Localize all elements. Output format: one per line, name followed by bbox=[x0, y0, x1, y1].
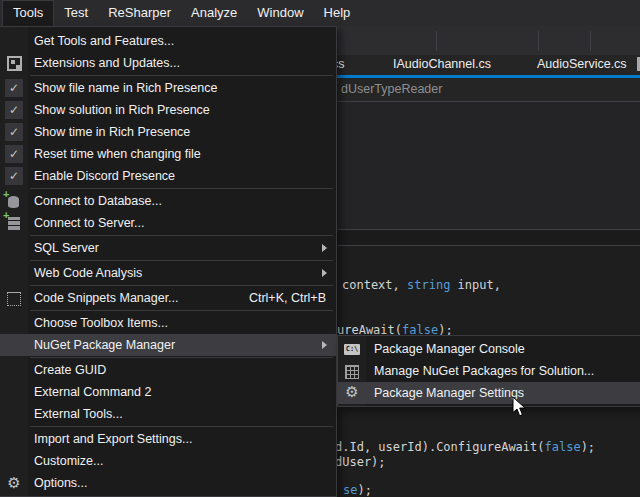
toolbar-separator bbox=[538, 31, 539, 51]
code-token: input, bbox=[450, 278, 501, 292]
code-line: dUser); bbox=[335, 455, 386, 469]
code-token-keyword: false bbox=[545, 440, 581, 454]
menu-item-web-code-analysis[interactable]: Web Code Analysis bbox=[0, 262, 336, 284]
toolbar-separator bbox=[436, 31, 437, 51]
submenu-item-package-manager-settings[interactable]: ⚙Package Manager Settings bbox=[338, 382, 640, 404]
gear-icon: ⚙ bbox=[5, 475, 23, 491]
menu-item-label: External Tools... bbox=[34, 407, 123, 421]
menu-separator bbox=[30, 285, 333, 286]
menu-separator bbox=[30, 75, 333, 76]
menubar-item-test[interactable]: Test bbox=[54, 0, 98, 26]
code-token: dUser); bbox=[335, 455, 386, 469]
code-line: context, string input, bbox=[342, 278, 501, 292]
submenu-item-package-manager-console[interactable]: C:\Package Manager Console bbox=[338, 338, 640, 360]
mouse-cursor-icon bbox=[512, 396, 527, 422]
menu-item-reset-time[interactable]: ✓Reset time when changing file bbox=[0, 143, 336, 165]
menu-item-shortcut: Ctrl+K, Ctrl+B bbox=[221, 291, 326, 305]
tab-iaudiochannel[interactable]: IAudioChannel.cs bbox=[393, 57, 491, 71]
menu-separator bbox=[30, 188, 333, 189]
menu-item-label: NuGet Package Manager bbox=[34, 338, 175, 352]
menu-item-import-export-settings[interactable]: Import and Export Settings... bbox=[0, 428, 336, 450]
snippets-icon bbox=[7, 292, 21, 306]
database-icon bbox=[8, 196, 19, 208]
menubar-item-tools[interactable]: Tools bbox=[2, 0, 54, 26]
application-window: DNetDebug cs IAudioChannel.cs AudioServi… bbox=[0, 0, 640, 497]
menu-item-connect-to-database[interactable]: Connect to Database... bbox=[0, 190, 336, 212]
menu-item-create-guid[interactable]: Create GUID bbox=[0, 359, 336, 381]
submenu-item-manage-nuget-packages[interactable]: Manage NuGet Packages for Solution... bbox=[338, 360, 640, 382]
menu-item-label: SQL Server bbox=[34, 241, 99, 255]
menu-item-label: Enable Discord Presence bbox=[34, 169, 175, 183]
menu-item-options[interactable]: ⚙Options... bbox=[0, 472, 336, 494]
code-token-keyword: se bbox=[343, 483, 357, 497]
menu-item-label: Get Tools and Features... bbox=[34, 34, 174, 48]
menubar-item-analyze[interactable]: Analyze bbox=[181, 0, 247, 26]
menu-item-label: Customize... bbox=[34, 454, 103, 468]
check-icon: ✓ bbox=[5, 145, 23, 163]
menu-item-show-time[interactable]: ✓Show time in Rich Presence bbox=[0, 121, 336, 143]
menu-separator bbox=[30, 310, 333, 311]
code-token: d.Id, userId).ConfigureAwait( bbox=[335, 440, 545, 454]
menu-item-label: Web Code Analysis bbox=[34, 266, 142, 280]
menu-bar: Tools Test ReSharper Analyze Window Help bbox=[0, 0, 640, 26]
extensions-icon bbox=[7, 56, 22, 71]
check-icon: ✓ bbox=[5, 167, 23, 185]
code-token: ); bbox=[581, 440, 595, 454]
menu-item-show-solution[interactable]: ✓Show solution in Rich Presence bbox=[0, 99, 336, 121]
toolbar-separator bbox=[590, 31, 591, 51]
menu-separator bbox=[30, 235, 333, 236]
menu-item-get-tools-and-features[interactable]: Get Tools and Features... bbox=[0, 30, 336, 52]
tools-menu: Get Tools and Features... Extensions and… bbox=[0, 26, 337, 497]
submenu-arrow-icon bbox=[322, 244, 327, 252]
menubar-item-window[interactable]: Window bbox=[247, 0, 313, 26]
menu-item-label: Options... bbox=[34, 476, 88, 490]
menubar-item-help[interactable]: Help bbox=[314, 0, 361, 26]
code-token: context, bbox=[342, 278, 407, 292]
check-icon: ✓ bbox=[5, 101, 23, 119]
menu-item-label: External Command 2 bbox=[34, 385, 151, 399]
menu-item-external-tools[interactable]: External Tools... bbox=[0, 403, 336, 425]
menu-item-label: Import and Export Settings... bbox=[34, 432, 192, 446]
menu-item-label: Package Manager Console bbox=[374, 342, 525, 356]
check-icon: ✓ bbox=[5, 79, 23, 97]
menu-item-label: Connect to Database... bbox=[34, 194, 162, 208]
nuget-submenu: C:\Package Manager Console Manage NuGet … bbox=[337, 335, 640, 407]
check-icon: ✓ bbox=[5, 123, 23, 141]
menu-item-label: Create GUID bbox=[34, 363, 106, 377]
packages-icon bbox=[345, 365, 359, 379]
gear-icon: ⚙ bbox=[343, 384, 361, 400]
menu-item-label: Code Snippets Manager... bbox=[34, 291, 179, 305]
menu-item-label: Extensions and Updates... bbox=[34, 56, 180, 70]
menu-separator bbox=[30, 260, 333, 261]
menubar-item-resharper[interactable]: ReSharper bbox=[98, 0, 181, 26]
menu-item-customize[interactable]: Customize... bbox=[0, 450, 336, 472]
menu-item-show-file-name[interactable]: ✓Show file name in Rich Presence bbox=[0, 77, 336, 99]
menu-item-label: Package Manager Settings bbox=[374, 386, 524, 400]
menu-separator bbox=[30, 426, 333, 427]
menu-item-choose-toolbox-items[interactable]: Choose Toolbox Items... bbox=[0, 312, 336, 334]
menu-item-enable-discord-presence[interactable]: ✓Enable Discord Presence bbox=[0, 165, 336, 187]
tab-audioservice[interactable]: AudioService.cs bbox=[537, 57, 627, 71]
server-icon bbox=[8, 217, 20, 230]
menu-item-label: Show time in Rich Presence bbox=[34, 125, 190, 139]
navigation-bar-type[interactable]: dUserTypeReader bbox=[341, 82, 442, 96]
menu-item-sql-server[interactable]: SQL Server bbox=[0, 237, 336, 259]
submenu-arrow-icon bbox=[322, 269, 327, 277]
menu-item-extensions-and-updates[interactable]: Extensions and Updates... bbox=[0, 52, 336, 74]
menu-item-label: Choose Toolbox Items... bbox=[34, 316, 168, 330]
menu-separator bbox=[30, 357, 333, 358]
menu-item-label: Connect to Server... bbox=[34, 216, 144, 230]
code-token: ); bbox=[357, 483, 371, 497]
menu-item-label: Manage NuGet Packages for Solution... bbox=[374, 364, 594, 378]
code-token-keyword: string bbox=[407, 278, 450, 292]
menu-item-label: Show file name in Rich Presence bbox=[34, 81, 217, 95]
submenu-arrow-icon bbox=[322, 341, 327, 349]
console-icon: C:\ bbox=[344, 344, 360, 355]
menu-item-code-snippets-manager[interactable]: Code Snippets Manager...Ctrl+K, Ctrl+B bbox=[0, 287, 336, 309]
menu-item-label: Reset time when changing file bbox=[34, 147, 201, 161]
menu-item-connect-to-server[interactable]: Connect to Server... bbox=[0, 212, 336, 234]
menu-item-external-command-2[interactable]: External Command 2 bbox=[0, 381, 336, 403]
menu-item-nuget-package-manager[interactable]: NuGet Package Manager bbox=[0, 334, 336, 356]
code-line: se); bbox=[343, 483, 372, 497]
menu-item-label: Show solution in Rich Presence bbox=[34, 103, 210, 117]
